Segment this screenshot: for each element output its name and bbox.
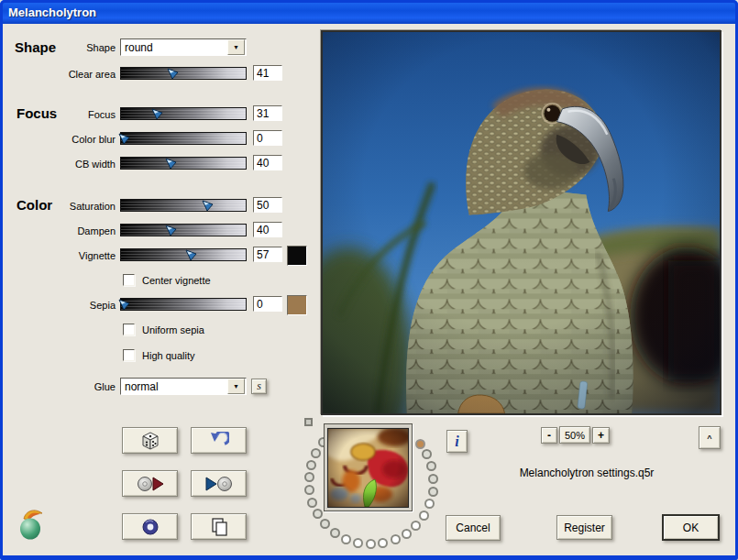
window-title: Melancholytron — [0, 5, 96, 19]
dial-dot[interactable] — [320, 519, 330, 529]
copy-pages-icon — [208, 517, 230, 537]
slider-thumb[interactable] — [202, 200, 214, 212]
dial-dot[interactable] — [422, 449, 432, 459]
sepia-value[interactable] — [253, 296, 282, 312]
vignette-slider[interactable] — [120, 248, 247, 261]
dial-dot[interactable] — [378, 538, 388, 548]
uniform-sepia-checkbox[interactable] — [123, 324, 135, 335]
saturation-value[interactable] — [253, 197, 282, 213]
slider-thumb[interactable] — [165, 158, 177, 170]
dial-dot[interactable] — [366, 539, 376, 549]
preview-image[interactable] — [323, 32, 720, 413]
chevron-down-icon[interactable]: ▼ — [227, 39, 245, 55]
random-settings-button[interactable] — [122, 427, 178, 454]
color-blur-value[interactable] — [253, 130, 282, 146]
dampen-value[interactable] — [253, 222, 282, 237]
dial-dot[interactable] — [419, 511, 429, 521]
flaming-pear-logo — [17, 508, 48, 541]
info-button[interactable]: i — [446, 430, 468, 453]
dial-origin-marker — [304, 418, 313, 426]
high-quality-checkbox[interactable] — [123, 349, 135, 361]
ok-button[interactable]: OK — [662, 514, 720, 541]
color-blur-label: Color blur — [0, 134, 116, 145]
zoom-level-readout[interactable]: 50% — [559, 426, 590, 444]
glue-label: Glue — [0, 381, 116, 392]
zoom-in-button[interactable]: + — [592, 427, 610, 444]
high-quality-label: High quality — [142, 350, 194, 361]
slider-thumb[interactable] — [118, 133, 130, 145]
chevron-down-icon[interactable]: ▼ — [227, 379, 245, 394]
preview-pane[interactable] — [321, 30, 721, 415]
dial-dot[interactable] — [313, 509, 323, 519]
shape-label: Shape — [0, 42, 116, 53]
seed-thumbnail-frame[interactable] — [324, 423, 413, 511]
zoom-out-button[interactable]: - — [541, 427, 557, 444]
dial-dot[interactable] — [402, 529, 412, 539]
dial-dot[interactable] — [391, 534, 401, 544]
dial-dot[interactable] — [415, 439, 425, 449]
window-titlebar[interactable]: Melancholytron — [0, 0, 738, 24]
clear-area-value[interactable] — [253, 65, 282, 81]
vignette-label: Vignette — [0, 250, 116, 261]
center-vignette-checkbox[interactable] — [123, 274, 135, 286]
sepia-color-swatch[interactable] — [287, 295, 307, 315]
undo-arrow-icon — [209, 432, 229, 450]
slider-thumb[interactable] — [185, 249, 197, 261]
copy-button[interactable] — [191, 513, 247, 540]
plugin-dialog: Melancholytron Shape Focus Color Shape r… — [0, 0, 738, 560]
ring-icon — [140, 518, 160, 536]
dial-dot[interactable] — [428, 487, 438, 497]
saturation-slider[interactable] — [120, 199, 247, 212]
glue-dropdown-value: normal — [121, 380, 226, 393]
seed-thumbnail-image[interactable] — [327, 428, 409, 508]
vignette-color-swatch[interactable] — [287, 246, 307, 266]
slider-thumb[interactable] — [118, 299, 130, 311]
dial-dot[interactable] — [304, 485, 314, 495]
dial-dot[interactable] — [307, 498, 317, 508]
slider-thumb[interactable] — [151, 108, 163, 120]
dial-dot[interactable] — [341, 534, 351, 544]
focus-value[interactable] — [253, 105, 282, 121]
load-settings-button[interactable] — [122, 470, 178, 497]
saturation-label: Saturation — [0, 201, 116, 212]
dial-dot[interactable] — [353, 538, 363, 548]
dice-icon — [139, 431, 161, 451]
cb-width-value[interactable] — [253, 155, 282, 170]
focus-label: Focus — [0, 109, 116, 120]
dial-dot[interactable] — [311, 448, 321, 458]
center-vignette-label: Center vignette — [142, 275, 211, 286]
sepia-label: Sepia — [0, 300, 116, 311]
uniform-sepia-label: Uniform sepia — [142, 324, 204, 335]
clear-area-label: Clear area — [0, 69, 116, 80]
dial-dot[interactable] — [424, 499, 435, 509]
dial-dot[interactable] — [304, 472, 314, 482]
dial-dot[interactable] — [330, 528, 340, 538]
clear-area-slider[interactable] — [120, 67, 247, 80]
cb-width-slider[interactable] — [120, 157, 247, 170]
disk-load-icon — [137, 474, 164, 494]
disk-save-icon — [205, 474, 233, 494]
slider-thumb[interactable] — [165, 225, 177, 236]
shape-dropdown-value: round — [121, 41, 226, 54]
color-blur-slider[interactable] — [120, 132, 247, 145]
save-settings-button[interactable] — [191, 470, 247, 497]
dial-dot[interactable] — [428, 474, 438, 484]
dampen-slider[interactable] — [120, 224, 247, 236]
focus-slider[interactable] — [120, 107, 247, 120]
shape-dropdown[interactable]: round ▼ — [120, 38, 247, 56]
register-button[interactable]: Register — [556, 515, 612, 540]
ring-button[interactable] — [122, 513, 178, 540]
cb-width-label: CB width — [0, 159, 116, 170]
glue-s-button[interactable]: s — [251, 379, 267, 394]
sepia-slider[interactable] — [120, 298, 247, 311]
collapse-button[interactable]: ^ — [699, 426, 721, 449]
glue-dropdown[interactable]: normal ▼ — [120, 378, 247, 395]
dial-dot[interactable] — [306, 460, 316, 470]
slider-thumb[interactable] — [167, 68, 179, 80]
dampen-label: Dampen — [0, 225, 116, 236]
dial-dot[interactable] — [426, 461, 436, 471]
undo-button[interactable] — [191, 427, 247, 454]
vignette-value[interactable] — [253, 247, 282, 262]
cancel-button[interactable]: Cancel — [446, 515, 501, 541]
dial-dot[interactable] — [411, 521, 421, 531]
